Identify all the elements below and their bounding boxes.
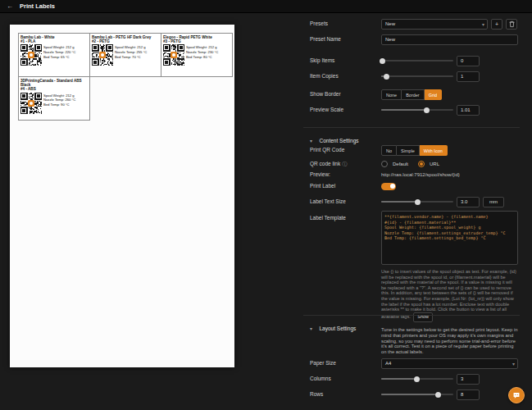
trash-icon (508, 20, 516, 28)
presets-row: Presets New ▾ + (303, 18, 526, 30)
qr-link-label: QR code linkⓘ (310, 161, 347, 168)
label-info: Spool Weight: 212 g Nozzle Temp: 220 °C … (43, 44, 75, 59)
preview-scale-slider[interactable] (381, 105, 453, 115)
label-text-size-input[interactable]: 3.0 (457, 197, 480, 207)
rows-slider[interactable] (381, 390, 453, 399)
label-info: Spool Weight: 212 g Nozzle Temp: 260 °C … (43, 93, 75, 107)
info-icon: ⓘ (342, 162, 347, 166)
label-id-material: #4 - ABS (20, 87, 88, 91)
print-labels-screen: ← Print Labels Bambu Lab - White #1 - PL… (0, 0, 532, 410)
layout-settings-description: Tune in the settings below to get the de… (381, 327, 518, 355)
toggle-knob (390, 184, 395, 189)
qr-link-row: QR code linkⓘ Default URL (303, 158, 526, 170)
rows-label: Rows (310, 391, 323, 397)
slider-handle[interactable] (415, 199, 421, 205)
border-option-none[interactable]: None (381, 89, 402, 100)
paper-size-label: Paper Size (310, 360, 336, 366)
columns-label: Columns (310, 376, 331, 381)
show-border-row: Show Border None Border Grid (303, 89, 526, 100)
border-option-border[interactable]: Border (402, 89, 425, 100)
item-copies-input[interactable]: 1 (457, 71, 480, 82)
rows-input[interactable]: 8 (457, 390, 480, 400)
radio-default-label[interactable]: Default (393, 162, 408, 166)
preview-scale-input[interactable]: 1.01 (457, 105, 480, 116)
preset-name-input[interactable]: New (381, 34, 518, 45)
qr-option-no[interactable]: No (381, 145, 397, 156)
columns-slider[interactable] (381, 374, 453, 384)
print-qr-segmented: No Simple With Icon (381, 145, 448, 156)
label-id-material: #1 - PLA (20, 39, 88, 43)
label-info: Spool Weight: 212 g Nozzle Temp: 255 °C … (115, 44, 147, 59)
item-copies-label: Item Copies (310, 73, 339, 79)
rows-row: Rows 8 (303, 389, 526, 400)
radio-url[interactable] (418, 161, 425, 167)
skip-items-input[interactable]: 0 (457, 56, 480, 66)
print-label-toggle[interactable] (381, 183, 396, 190)
skip-items-row: Skip Items 0 (303, 55, 526, 66)
chevron-down-icon: ▾ (512, 359, 515, 369)
add-preset-button[interactable]: + (491, 19, 502, 30)
item-copies-slider[interactable] (381, 71, 453, 81)
qr-code (163, 44, 184, 66)
show-border-segmented: None Border Grid (381, 89, 442, 100)
spool-icon (171, 52, 177, 58)
feedback-button[interactable] (508, 387, 525, 403)
qr-option-with-icon[interactable]: With Icon (420, 145, 448, 156)
print-label-row: Print Label (303, 180, 526, 192)
label-text-size-row: Label Text Size 3.0 mm (303, 196, 526, 207)
presets-select[interactable]: New ▾ (381, 19, 488, 30)
columns-input[interactable]: 3 (457, 374, 480, 385)
preview-url-value: http://nas.local:7912/spool/show/{id} (381, 172, 460, 177)
preview-scale-row: Preview Scale 1.01 (303, 104, 526, 116)
skip-items-slider[interactable] (381, 56, 453, 66)
border-option-grid[interactable]: Grid (425, 89, 442, 100)
columns-row: Columns 3 (303, 373, 526, 385)
presets-label: Presets (310, 20, 328, 26)
label-preview-cell: Elegoo - Rapid PETG White #3 - PETG Spoo… (161, 33, 233, 77)
unit-label: mm (483, 197, 504, 207)
page-title: Print Labels (20, 2, 55, 10)
delete-preset-button[interactable] (506, 19, 517, 30)
preview-url-row: Preview: http://nas.local:7912/spool/sho… (303, 169, 526, 180)
slider-handle[interactable] (414, 376, 420, 382)
label-template-textarea[interactable]: **{filament.vendor.name} - {filament.nam… (381, 211, 518, 265)
print-qr-label: Print QR Code (310, 147, 344, 153)
label-preview-cell: Bambu Lab - White #1 - PLA Spool Weight:… (18, 33, 90, 77)
spool-icon (28, 52, 34, 58)
item-copies-row: Item Copies 1 (303, 71, 526, 82)
paper-size-row: Paper Size A4 ▾ (303, 358, 526, 369)
radio-default[interactable] (381, 161, 388, 167)
chevron-down-icon: ▾ (310, 326, 312, 331)
label-template-label: Label Template (310, 215, 346, 221)
chevron-down-icon: ▾ (310, 139, 312, 144)
spool-icon (99, 52, 106, 58)
preset-name-row: Preset Name New (303, 34, 526, 45)
qr-option-simple[interactable]: Simple (397, 145, 420, 156)
print-label-label: Print Label (310, 183, 335, 189)
radio-url-label[interactable]: URL (430, 162, 439, 166)
qr-code (20, 93, 42, 114)
section-title: Content Settings (319, 138, 358, 144)
paper-size-select[interactable]: A4 ▾ (381, 358, 518, 369)
content-settings-header[interactable]: ▾ Content Settings (303, 127, 520, 146)
print-qr-row: Print QR Code No Simple With Icon (303, 144, 526, 156)
spool-icon (28, 100, 34, 107)
slider-handle[interactable] (380, 58, 385, 64)
label-sheet-preview: Bambu Lab - White #1 - PLA Spool Weight:… (10, 25, 234, 367)
slider-handle[interactable] (384, 74, 389, 80)
label-text-size-slider[interactable] (381, 197, 453, 207)
section-title: Layout Settings (319, 326, 356, 331)
label-preview-cell: 3DPrintingCanada - Standard ABS Black #4… (18, 76, 90, 121)
show-border-label: Show Border (310, 91, 341, 97)
back-arrow-icon[interactable]: ← (7, 2, 13, 10)
label-id-material: #3 - PETG (163, 39, 230, 43)
preview-url-label: Preview: (310, 171, 330, 177)
slider-handle[interactable] (424, 107, 430, 113)
qr-code (20, 44, 42, 66)
chat-icon (512, 391, 521, 399)
label-vendor-name: 3DPrintingCanada - Standard ABS Black (20, 79, 88, 87)
preview-scale-label: Preview Scale (310, 107, 343, 112)
slider-handle[interactable] (435, 392, 441, 398)
label-id-material: #2 - PETG (92, 39, 159, 43)
label-preview-cell: Bambu Lab - PETG HF Dark Grey #2 - PETG … (89, 33, 161, 77)
